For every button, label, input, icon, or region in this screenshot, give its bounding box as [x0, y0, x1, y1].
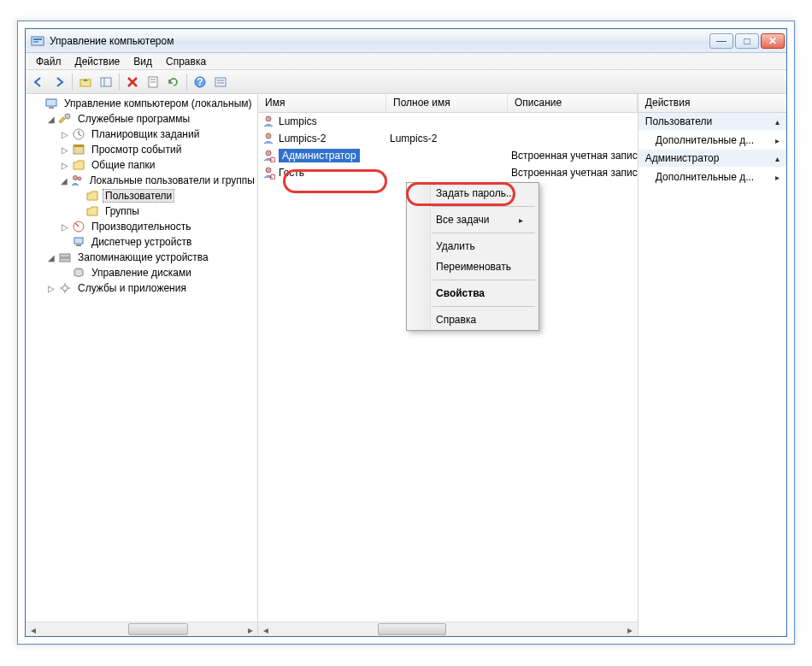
delete-button[interactable]	[123, 73, 142, 91]
list-hscrollbar[interactable]: ◂ ▸	[258, 622, 638, 636]
outer-frame: Управление компьютером — □ ✕ Файл Действ…	[17, 21, 795, 645]
tree-scheduler[interactable]: ▷Планировщик заданий	[27, 127, 257, 142]
svg-point-31	[266, 150, 271, 156]
cm-label: Переименовать	[436, 261, 511, 273]
titlebar[interactable]: Управление компьютером — □ ✕	[26, 29, 786, 53]
tree-storage[interactable]: ◢Запоминающие устройства	[27, 250, 257, 265]
svg-rect-24	[76, 245, 81, 246]
tree-hscrollbar[interactable]: ◂ ▸	[26, 622, 257, 636]
actions-section-users[interactable]: Пользователи ▴	[638, 113, 786, 131]
column-fullname[interactable]: Полное имя	[386, 94, 508, 112]
collapse-icon[interactable]: ▴	[775, 154, 780, 163]
refresh-button[interactable]	[164, 73, 183, 91]
list-icon	[214, 75, 227, 89]
users-icon	[70, 174, 84, 187]
event-icon	[72, 143, 85, 156]
tree[interactable]: Управление компьютером (локальным) ◢Служ…	[26, 94, 257, 622]
folder-icon	[85, 189, 99, 203]
properties-button[interactable]	[144, 73, 162, 91]
clock-icon	[72, 127, 85, 141]
column-description[interactable]: Описание	[508, 94, 638, 112]
services-icon	[58, 281, 72, 295]
menu-view[interactable]: Вид	[127, 54, 159, 69]
scroll-thumb[interactable]	[378, 623, 446, 635]
tree-utilities[interactable]: ◢Служебные программы	[27, 111, 257, 127]
chevron-right-icon: ▸	[775, 173, 780, 182]
back-button[interactable]	[29, 73, 48, 91]
svg-rect-26	[60, 258, 70, 262]
tree-services[interactable]: ▷Службы и приложения	[27, 280, 257, 296]
svg-point-29	[266, 116, 271, 121]
cm-label: Задать пароль...	[436, 187, 515, 199]
cm-separator	[432, 306, 535, 307]
cm-separator	[432, 233, 535, 233]
action-label: Дополнительные д...	[656, 134, 754, 146]
tree-eventviewer[interactable]: ▷Просмотр событий	[27, 142, 257, 157]
cm-help[interactable]: Справка	[407, 309, 538, 330]
menu-action[interactable]: Действие	[68, 54, 127, 69]
scroll-right-icon[interactable]: ▸	[243, 622, 257, 637]
tree-diskmgmt[interactable]: Управление дисками	[27, 265, 257, 280]
list-row[interactable]: Lumpics	[258, 113, 638, 130]
menu-file[interactable]: Файл	[29, 54, 68, 69]
show-hide-tree-button[interactable]	[97, 73, 115, 91]
svg-rect-14	[46, 99, 56, 106]
help-button[interactable]: ?	[191, 73, 209, 91]
window: Управление компьютером — □ ✕ Файл Действ…	[25, 28, 787, 637]
scroll-thumb[interactable]	[128, 623, 188, 635]
cm-rename[interactable]: Переименовать	[407, 256, 538, 277]
up-button[interactable]	[76, 73, 95, 91]
scroll-right-icon[interactable]: ▸	[623, 622, 638, 637]
window-buttons: — □ ✕	[709, 33, 786, 49]
shared-folder-icon	[72, 158, 85, 172]
toolbar-separator	[72, 74, 73, 91]
scroll-left-icon[interactable]: ◂	[258, 622, 273, 637]
tree-localusers[interactable]: ◢Локальные пользователи и группы	[27, 173, 257, 188]
maximize-button[interactable]: □	[735, 33, 759, 49]
tree-sharedfolders[interactable]: ▷Общие папки	[27, 157, 257, 173]
device-icon	[72, 235, 85, 249]
tree-groups[interactable]: Группы	[27, 203, 257, 219]
cm-separator	[432, 280, 535, 280]
tree-performance[interactable]: ▷Производительность	[27, 219, 257, 234]
user-disabled-icon	[262, 166, 275, 180]
cm-properties[interactable]: Свойства	[407, 283, 538, 304]
list-header: Имя Полное имя Описание	[258, 94, 638, 113]
tree-devmgr[interactable]: Диспетчер устройств	[27, 234, 257, 250]
action-section-label: Пользователи	[645, 115, 712, 127]
toolbar: ?	[26, 70, 786, 94]
svg-point-16	[65, 114, 70, 119]
list-row[interactable]: Гость Встроенная учетная запис	[258, 164, 638, 181]
submenu-arrow-icon: ▸	[519, 215, 523, 225]
tree-root[interactable]: Управление компьютером (локальным)	[27, 96, 257, 111]
delete-x-icon	[126, 75, 139, 89]
cm-all-tasks[interactable]: Все задачи▸	[407, 209, 538, 230]
tree-pane: Управление компьютером (локальным) ◢Служ…	[26, 94, 258, 636]
close-button[interactable]: ✕	[761, 33, 785, 49]
arrow-right-icon	[52, 75, 66, 89]
cm-set-password[interactable]: Задать пароль...	[407, 183, 538, 203]
export-button[interactable]	[211, 73, 230, 91]
minimize-button[interactable]: —	[709, 33, 733, 49]
action-more-2[interactable]: Дополнительные д... ▸	[638, 168, 786, 186]
refresh-icon	[167, 75, 180, 89]
list-row-selected[interactable]: Администратор Встроенная учетная запис	[258, 147, 638, 164]
action-more-1[interactable]: Дополнительные д... ▸	[638, 131, 786, 150]
tree-users[interactable]: Пользователи	[27, 188, 257, 203]
scroll-left-icon[interactable]: ◂	[26, 622, 40, 637]
user-disabled-icon	[262, 149, 275, 162]
chevron-right-icon: ▸	[775, 136, 780, 145]
cm-label: Свойства	[436, 287, 485, 299]
actions-title: Действия	[638, 94, 786, 113]
svg-point-21	[78, 177, 81, 180]
list-row[interactable]: Lumpics-2 Lumpics-2	[258, 130, 638, 147]
actions-section-admin[interactable]: Администратор ▴	[638, 150, 786, 168]
cm-delete[interactable]: Удалить	[407, 236, 538, 256]
svg-rect-18	[74, 146, 84, 154]
svg-rect-1	[33, 38, 42, 40]
svg-rect-2	[33, 41, 38, 43]
collapse-icon[interactable]: ▴	[775, 117, 780, 127]
column-name[interactable]: Имя	[258, 94, 386, 112]
menu-help[interactable]: Справка	[159, 54, 213, 69]
forward-button[interactable]	[50, 73, 68, 91]
